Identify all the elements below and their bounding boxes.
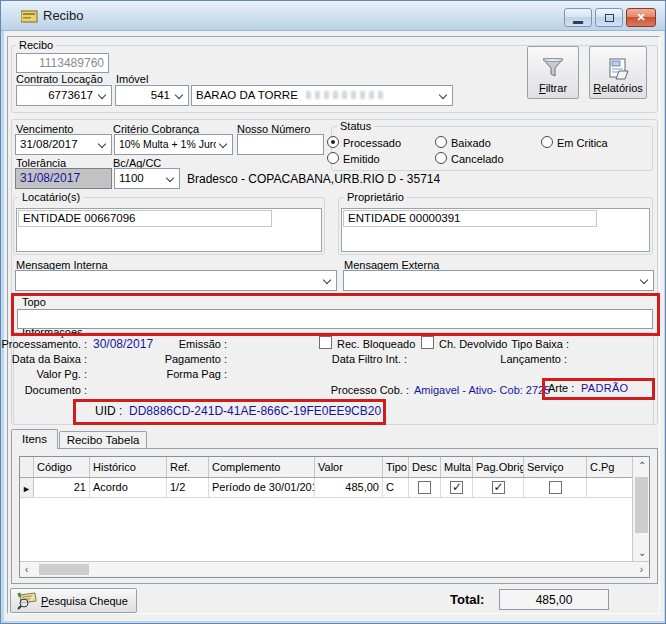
locatario-group-label: Locatário(s)	[19, 191, 83, 203]
radio-baixado-label: Baixado	[451, 137, 491, 149]
processo-cob-value: Amigavel - Ativo- Cob: 2725	[414, 384, 550, 396]
tab-itens[interactable]: Itens	[11, 429, 58, 449]
table-row[interactable]: ► 21 Acordo 1/2 Período de 30/01/201 485…	[20, 478, 649, 498]
mensagem-interna-combo[interactable]	[15, 270, 337, 291]
filtrar-label: Filtrar	[539, 82, 567, 98]
uid-label: UID :	[95, 404, 122, 418]
topo-label: Topo	[22, 296, 46, 308]
radio-emitido[interactable]	[327, 152, 339, 164]
cell-valor: 485,00	[315, 478, 383, 497]
bc-ag-cc-combo[interactable]: 1100	[114, 168, 180, 189]
col-tipo[interactable]: Tipo	[383, 457, 409, 477]
servico-checkbox[interactable]	[549, 481, 562, 494]
cell-desc	[409, 478, 441, 497]
vertical-scroll-thumb[interactable]	[635, 477, 648, 533]
radio-em-critica-label: Em Critica	[557, 137, 608, 149]
col-ref[interactable]: Ref.	[167, 457, 209, 477]
tab-recibo-tabela[interactable]: Recibo Tabela	[59, 431, 147, 448]
radio-emitido-label: Emitido	[343, 153, 380, 165]
title-bar[interactable]: Recibo ▬ ✕	[1, 1, 665, 31]
criterio-cobranca-combo[interactable]: 10% Multa + 1% Juro	[114, 134, 233, 155]
col-complemento[interactable]: Complemento	[209, 457, 315, 477]
cell-cpg	[587, 478, 632, 497]
contrato-locacao-combo[interactable]: 6773617	[16, 85, 112, 106]
funnel-icon	[540, 58, 566, 80]
pesquisa-cheque-label: Pesquisa Cheque	[41, 595, 128, 607]
col-cpg[interactable]: C.Pg	[587, 457, 632, 477]
status-group-label: Status	[337, 120, 374, 132]
data-baixa-label: Data da Baixa :	[12, 353, 87, 365]
proprietario-list[interactable]: ENTIDADE 00000391	[341, 208, 650, 252]
vertical-scrollbar[interactable]: ⌃ ⌄	[632, 457, 649, 561]
radio-cancelado[interactable]	[435, 152, 447, 164]
imovel-code-combo[interactable]: 541	[115, 85, 189, 106]
pesquisa-cheque-button[interactable]: Pesquisa Cheque	[10, 588, 137, 613]
ch-devolvido-checkbox[interactable]	[421, 336, 434, 349]
receipt-app-icon	[21, 10, 38, 23]
banco-info-text: Bradesco - COPACABANA,URB.RIO D - 35714	[187, 172, 440, 186]
minimize-button[interactable]: ▬	[564, 8, 592, 27]
locatario-list-item[interactable]: ENTIDADE 00667096	[18, 210, 272, 227]
scroll-right-icon[interactable]: ›	[640, 565, 643, 575]
multa-checkbox[interactable]	[450, 481, 463, 494]
chevron-down-icon	[98, 91, 106, 99]
imovel-name-combo[interactable]: BARAO DA TORRE	[191, 85, 453, 106]
cell-multa	[441, 478, 473, 497]
horizontal-scrollbar[interactable]: ‹ ›	[20, 561, 649, 577]
col-historico[interactable]: Histórico	[90, 457, 167, 477]
recibo-window: Recibo ▬ ✕ Recibo 1113489760 Contrato Lo…	[0, 0, 666, 624]
cell-pag-obrig	[473, 478, 524, 497]
recibo-number-field[interactable]: 1113489760	[16, 53, 109, 73]
relatorios-button[interactable]: Relatórios	[589, 46, 647, 99]
filtrar-button[interactable]: Filtrar	[527, 46, 579, 99]
forma-pag-label: Forma Pag :	[166, 368, 227, 380]
vencimento-combo[interactable]: 31/08/2017	[15, 134, 112, 155]
row-selector[interactable]: ►	[20, 478, 34, 497]
redacted-text	[306, 91, 384, 99]
scroll-down-icon[interactable]: ⌄	[638, 548, 646, 558]
documento-label: Documento :	[25, 384, 87, 396]
desc-checkbox[interactable]	[418, 481, 431, 494]
relatorios-label: Relatórios	[593, 82, 643, 98]
rec-bloqueado-label: Rec. Bloqueado	[337, 338, 415, 350]
imovel-label: Imóvel	[116, 73, 148, 85]
topo-input[interactable]	[17, 309, 653, 329]
window-title: Recibo	[43, 8, 83, 23]
cell-servico	[524, 478, 587, 497]
locatario-list[interactable]: ENTIDADE 00667096	[16, 208, 322, 252]
proprietario-group-label: Proprietário	[344, 191, 407, 203]
processamento-label: Processamento. :	[1, 338, 87, 350]
cell-complemento: Período de 30/01/201	[209, 478, 315, 497]
radio-baixado[interactable]	[435, 136, 447, 148]
col-valor[interactable]: Valor	[315, 457, 383, 477]
pag-obrig-checkbox[interactable]	[492, 481, 505, 494]
minimize-icon: ▬	[573, 15, 583, 26]
chevron-down-icon	[439, 91, 447, 99]
horizontal-scroll-thumb[interactable]	[39, 564, 89, 575]
mensagem-externa-combo[interactable]	[343, 270, 654, 291]
proprietario-list-item[interactable]: ENTIDADE 00000391	[343, 210, 597, 227]
radio-processado[interactable]	[327, 136, 339, 148]
radio-em-critica[interactable]	[541, 136, 553, 148]
rec-bloqueado-checkbox[interactable]	[319, 336, 332, 349]
col-codigo[interactable]: Código	[34, 457, 90, 477]
col-desc[interactable]: Desc	[409, 457, 441, 477]
scroll-up-icon[interactable]: ⌃	[638, 461, 646, 471]
total-field: 485,00	[499, 589, 609, 610]
cheque-search-icon	[16, 592, 37, 610]
col-servico[interactable]: Serviço	[524, 457, 587, 477]
tolerancia-field[interactable]: 31/08/2017	[15, 168, 112, 189]
emissao-label: Emissão :	[179, 338, 227, 350]
cell-codigo: 21	[34, 478, 90, 497]
maximize-button[interactable]	[595, 8, 623, 27]
grid-header: Código Histórico Ref. Complemento Valor …	[20, 457, 649, 478]
col-pag-obrig[interactable]: Pag.Obrig.	[473, 457, 524, 477]
scroll-left-icon[interactable]: ‹	[25, 565, 28, 575]
itens-grid: Código Histórico Ref. Complemento Valor …	[19, 456, 650, 578]
close-button[interactable]: ✕	[626, 8, 656, 27]
radio-processado-label: Processado	[343, 137, 401, 149]
col-multa[interactable]: Multa	[441, 457, 473, 477]
report-icon	[606, 57, 630, 81]
contrato-locacao-label: Contrato Locação	[16, 73, 103, 85]
nosso-numero-input[interactable]	[237, 134, 324, 155]
